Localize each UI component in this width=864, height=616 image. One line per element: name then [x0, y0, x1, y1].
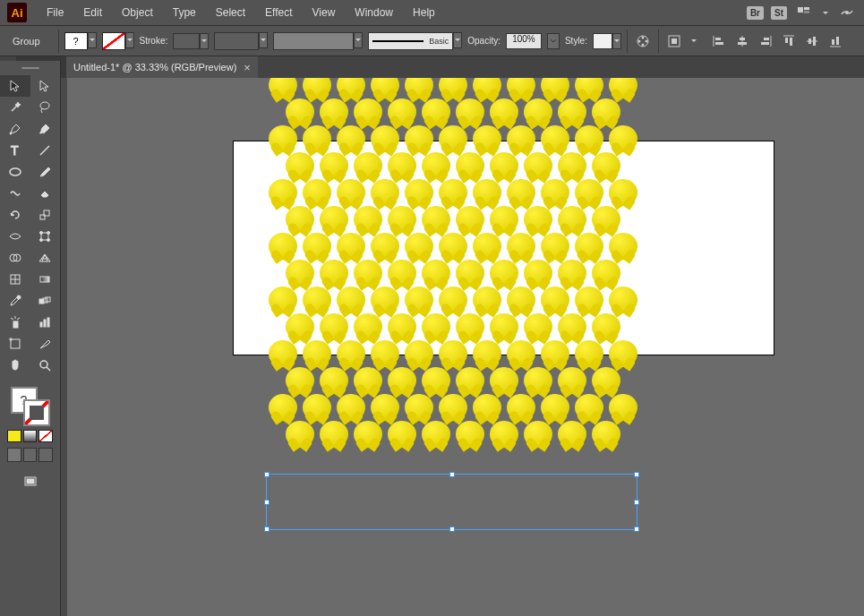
- menu-select[interactable]: Select: [207, 3, 254, 22]
- pattern-shape[interactable]: [490, 98, 518, 125]
- ellipse-tool[interactable]: [0, 161, 30, 183]
- pattern-shape[interactable]: [490, 313, 518, 340]
- pattern-shape[interactable]: [388, 206, 416, 233]
- pattern-shape[interactable]: [388, 98, 416, 125]
- blend-tool[interactable]: [30, 290, 61, 312]
- pattern-shape[interactable]: [286, 421, 314, 448]
- pattern-shape[interactable]: [388, 421, 416, 448]
- pattern-shape[interactable]: [541, 78, 569, 98]
- recolor-artwork-icon[interactable]: [633, 32, 653, 50]
- pattern-shape[interactable]: [286, 367, 314, 394]
- pattern-shape[interactable]: [456, 367, 484, 394]
- pattern-shape[interactable]: [388, 367, 416, 394]
- pattern-shape[interactable]: [320, 98, 348, 125]
- pattern-shape[interactable]: [524, 152, 552, 179]
- pattern-shape[interactable]: [609, 179, 637, 206]
- pattern-shape[interactable]: [456, 152, 484, 179]
- stroke-dropdown[interactable]: [125, 32, 134, 48]
- stroke-weight-dropdown[interactable]: [200, 33, 209, 49]
- pattern-shape[interactable]: [354, 260, 382, 287]
- pattern-shape[interactable]: [320, 260, 348, 287]
- pattern-shape[interactable]: [575, 287, 603, 313]
- pattern-shape[interactable]: [507, 125, 535, 152]
- pattern-shape[interactable]: [303, 340, 331, 367]
- gpu-preview-icon[interactable]: [837, 4, 857, 21]
- document-tab[interactable]: Untitled-1* @ 33.33% (RGB/Preview) ×: [66, 56, 258, 78]
- pattern-shape[interactable]: [388, 152, 416, 179]
- pattern-shape[interactable]: [286, 98, 314, 125]
- selection-handle-bl[interactable]: [264, 526, 269, 532]
- close-tab-icon[interactable]: ×: [244, 61, 251, 74]
- align-top-icon[interactable]: [779, 32, 799, 50]
- pattern-shape[interactable]: [592, 206, 620, 233]
- pattern-shape[interactable]: [490, 260, 518, 287]
- pattern-shape[interactable]: [592, 98, 620, 125]
- stroke-color-swatch[interactable]: [23, 399, 50, 426]
- none-mode-swatch[interactable]: [38, 430, 53, 442]
- fill-swatch[interactable]: ?: [64, 32, 88, 50]
- slice-tool[interactable]: [30, 333, 61, 355]
- menu-object[interactable]: Object: [113, 3, 162, 22]
- pattern-shape[interactable]: [456, 260, 484, 287]
- pattern-shape[interactable]: [354, 152, 382, 179]
- pattern-shape[interactable]: [541, 233, 569, 260]
- pattern-shape[interactable]: [405, 179, 433, 206]
- pattern-shape[interactable]: [558, 206, 586, 233]
- align-to-dropdown[interactable]: [689, 33, 698, 49]
- menu-effect[interactable]: Effect: [256, 3, 301, 22]
- arrange-documents-icon[interactable]: [794, 4, 814, 21]
- fill-stroke-swatches[interactable]: ?: [11, 387, 50, 426]
- pattern-shape[interactable]: [354, 421, 382, 448]
- bridge-badge[interactable]: Br: [747, 6, 764, 20]
- arrange-dropdown[interactable]: [821, 4, 830, 21]
- pattern-shape[interactable]: [405, 233, 433, 260]
- pattern-shape[interactable]: [507, 179, 535, 206]
- pattern-shape[interactable]: [422, 98, 450, 125]
- opacity-dropdown[interactable]: [547, 33, 560, 49]
- graphic-style-swatch[interactable]: [593, 33, 612, 49]
- pattern-shape[interactable]: [354, 313, 382, 340]
- pattern-shape[interactable]: [371, 287, 399, 313]
- pattern-shape[interactable]: [337, 340, 365, 367]
- variable-width-profile[interactable]: [214, 32, 259, 50]
- pattern-shape[interactable]: [609, 394, 637, 421]
- column-graph-tool[interactable]: [30, 312, 61, 333]
- pattern-shape[interactable]: [354, 206, 382, 233]
- pattern-shape[interactable]: [473, 287, 501, 313]
- pattern-shape[interactable]: [337, 125, 365, 152]
- fill-dropdown[interactable]: [88, 32, 97, 48]
- pattern-shape[interactable]: [269, 78, 297, 98]
- pattern-shape[interactable]: [371, 179, 399, 206]
- pattern-shape[interactable]: [337, 287, 365, 313]
- shaper-tool[interactable]: [0, 183, 30, 204]
- pattern-shape[interactable]: [456, 206, 484, 233]
- pattern-shape[interactable]: [473, 179, 501, 206]
- align-center-v-icon[interactable]: [802, 32, 822, 50]
- menu-view[interactable]: View: [304, 3, 345, 22]
- pattern-shape[interactable]: [269, 287, 297, 313]
- menu-file[interactable]: File: [38, 3, 73, 22]
- pattern-shape[interactable]: [490, 421, 518, 448]
- pattern-shape[interactable]: [490, 152, 518, 179]
- pattern-shape[interactable]: [524, 98, 552, 125]
- selection-handle-tl[interactable]: [264, 472, 269, 477]
- selection-handle-ml[interactable]: [264, 500, 269, 505]
- gradient-mode-swatch[interactable]: [23, 430, 38, 442]
- pattern-shape[interactable]: [405, 78, 433, 98]
- magic-wand-tool[interactable]: [0, 97, 30, 118]
- stroke-swatch[interactable]: [102, 32, 125, 50]
- pattern-shape[interactable]: [541, 179, 569, 206]
- pattern-shape[interactable]: [609, 78, 637, 98]
- pattern-shape[interactable]: [354, 98, 382, 125]
- pattern-shape[interactable]: [592, 260, 620, 287]
- color-mode-swatch[interactable]: [7, 430, 21, 442]
- pattern-shape[interactable]: [541, 340, 569, 367]
- menu-window[interactable]: Window: [346, 3, 402, 22]
- pattern-shape[interactable]: [473, 340, 501, 367]
- pattern-shape[interactable]: [456, 98, 484, 125]
- pattern-shape[interactable]: [422, 260, 450, 287]
- pattern-shape[interactable]: [456, 421, 484, 448]
- hand-tool[interactable]: [0, 355, 30, 376]
- pattern-shape[interactable]: [422, 421, 450, 448]
- pattern-shape[interactable]: [592, 367, 620, 394]
